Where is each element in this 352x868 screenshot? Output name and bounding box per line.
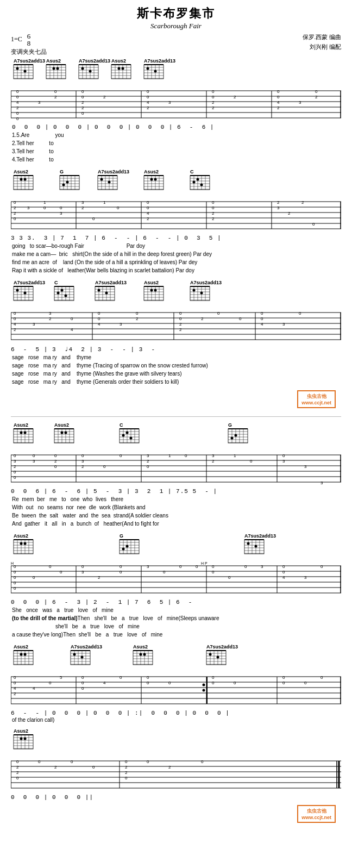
svg-text:1: 1 <box>234 453 236 458</box>
svg-text:0: 0 <box>49 564 52 569</box>
svg-text:Asus2: Asus2 <box>54 422 69 428</box>
svg-text:2: 2 <box>54 765 57 770</box>
svg-text:0: 0 <box>14 316 16 321</box>
svg-text:2: 2 <box>179 322 182 327</box>
svg-text:A7sus2add13: A7sus2add13 <box>95 280 127 285</box>
svg-text:0: 0 <box>14 586 16 591</box>
svg-text:4: 4 <box>103 680 106 685</box>
svg-text:0: 0 <box>312 222 315 227</box>
svg-text:0: 0 <box>168 680 171 685</box>
svg-text:3: 3 <box>299 100 301 105</box>
svg-text:0: 0 <box>320 564 323 569</box>
svg-text:2: 2 <box>14 464 16 469</box>
svg-text:Asus2: Asus2 <box>14 422 28 428</box>
svg-text:0: 0 <box>120 570 122 574</box>
svg-point-375 <box>130 437 133 440</box>
svg-text:4: 4 <box>33 686 35 691</box>
svg-text:0: 0 <box>212 570 215 574</box>
svg-text:0: 0 <box>212 95 215 99</box>
svg-text:0: 0 <box>320 675 323 680</box>
svg-text:0: 0 <box>14 216 16 221</box>
top-info: 1=C 6 8 变调夹夹七品 保罗.西蒙 编曲 刘兴刚 编配 <box>11 33 341 56</box>
svg-text:5: 5 <box>60 675 62 680</box>
svg-text:0: 0 <box>277 89 280 94</box>
arranger: 刘兴刚 编配 <box>303 42 342 52</box>
svg-point-251 <box>61 289 64 292</box>
svg-text:A7sus2add13: A7sus2add13 <box>244 533 276 539</box>
lyrics-section3: sage rose ma ry and thyme sage rose ma r… <box>12 353 341 386</box>
svg-rect-528 <box>71 651 90 665</box>
svg-rect-254 <box>95 286 115 301</box>
capo-info: 变调夹夹七品 <box>11 48 47 56</box>
svg-point-568 <box>217 656 219 659</box>
svg-text:0: 0 <box>179 564 182 569</box>
svg-text:2: 2 <box>136 316 139 321</box>
svg-text:0: 0 <box>234 680 236 685</box>
svg-text:2: 2 <box>14 691 16 696</box>
svg-text:A7sus2add13: A7sus2add13 <box>71 644 102 650</box>
svg-rect-225 <box>14 286 33 301</box>
svg-point-619 <box>24 738 27 740</box>
svg-point-346 <box>24 432 27 434</box>
svg-text:1: 1 <box>168 453 171 458</box>
svg-text:3: 3 <box>147 564 149 569</box>
svg-text:0: 0 <box>81 675 84 680</box>
svg-text:0: 0 <box>125 776 128 780</box>
chord-row-2: Asus2 G <box>11 168 341 196</box>
chord-row-3: A7sus2add13 C <box>11 279 341 307</box>
svg-text:3: 3 <box>304 575 307 580</box>
svg-text:2: 2 <box>147 105 149 110</box>
svg-text:2: 2 <box>147 459 149 464</box>
svg-point-54 <box>118 67 121 70</box>
svg-text:0: 0 <box>33 453 35 458</box>
svg-point-237 <box>24 292 27 295</box>
svg-text:0: 0 <box>14 680 16 685</box>
svg-point-442 <box>20 542 23 545</box>
svg-text:4: 4 <box>147 211 149 216</box>
numbers-row-6: 6 - - | 0 0 0 | 0 0 0 | :| 0 0 0 | 0 0 0… <box>11 710 341 716</box>
svg-text:2: 2 <box>201 316 204 321</box>
svg-text:0: 0 <box>92 216 95 221</box>
svg-text:0: 0 <box>212 680 215 685</box>
svg-text:0: 0 <box>16 95 19 99</box>
svg-point-345 <box>20 432 23 434</box>
svg-point-27 <box>56 67 59 70</box>
svg-text:3: 3 <box>38 100 41 105</box>
svg-rect-15 <box>46 65 66 79</box>
svg-text:2: 2 <box>234 95 236 99</box>
chord-row-7: Asus2 <box>11 727 341 755</box>
svg-rect-431 <box>14 540 33 554</box>
svg-point-456 <box>122 548 125 551</box>
svg-text:3: 3 <box>282 459 285 464</box>
svg-text:2: 2 <box>81 464 84 469</box>
svg-text:0: 0 <box>163 570 166 574</box>
main-title: 斯卡布罗集市 <box>11 5 341 22</box>
svg-text:0: 0 <box>14 470 16 474</box>
svg-text:4: 4 <box>282 575 285 580</box>
svg-point-554 <box>143 653 146 656</box>
svg-text:3: 3 <box>81 459 84 464</box>
svg-text:0: 0 <box>14 453 16 458</box>
svg-text:2: 2 <box>125 765 128 770</box>
svg-text:2: 2 <box>81 105 84 110</box>
svg-text:2: 2 <box>301 200 304 205</box>
svg-text:4: 4 <box>261 322 263 327</box>
svg-rect-459 <box>244 540 264 554</box>
section6: Asus2 A7sus2add13 <box>11 643 341 723</box>
svg-text:2: 2 <box>54 459 57 464</box>
svg-point-55 <box>122 67 124 70</box>
svg-text:2: 2 <box>277 105 280 110</box>
svg-text:0: 0 <box>71 759 73 764</box>
section3: A7sus2add13 C <box>11 279 341 386</box>
svg-text:1: 1 <box>103 200 106 205</box>
svg-text:2: 2 <box>16 765 19 770</box>
svg-rect-57 <box>144 65 164 79</box>
svg-text:Asus2: Asus2 <box>144 280 159 285</box>
svg-point-68 <box>147 67 149 70</box>
svg-text:3: 3 <box>261 564 263 569</box>
tab-staff-7: 0 2 2 0 0 2 0 0 0 2 2 0 0 2 0 <box>11 757 341 794</box>
svg-text:0: 0 <box>33 575 35 580</box>
svg-text:3: 3 <box>60 211 62 216</box>
svg-text:2: 2 <box>16 105 19 110</box>
svg-text:0: 0 <box>81 89 84 94</box>
